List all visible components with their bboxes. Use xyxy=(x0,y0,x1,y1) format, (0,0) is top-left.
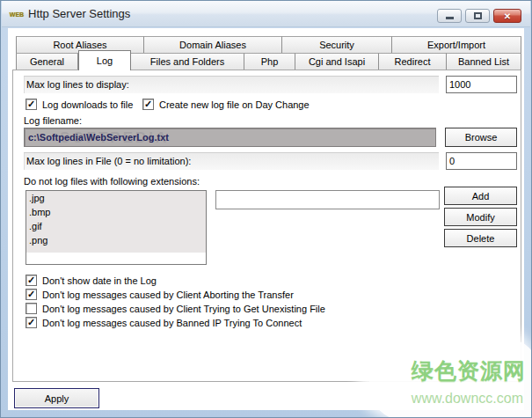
log-filename-field[interactable]: c:\Softpedia\WebServerLog.txt SOFTPEDIA xyxy=(24,128,436,147)
checkbox-dont-show-date[interactable]: ✓ Don't show date in the Log xyxy=(26,275,157,286)
http-server-settings-window: WEB Http Server Settings ✕ Root Aliases … xyxy=(0,0,532,418)
max-log-lines-label: Max log lines to display: xyxy=(24,76,439,93)
extensions-list-items: .jpg .bmp .gif .png xyxy=(26,191,206,253)
max-lines-in-file-input[interactable] xyxy=(446,152,517,170)
checkbox-label: Create new log file on Day Change xyxy=(159,99,310,110)
modify-button[interactable]: Modify xyxy=(444,208,517,226)
tab-security[interactable]: Security xyxy=(282,36,392,53)
checkbox-label: Log downloads to file xyxy=(42,99,133,110)
tab-banned-list[interactable]: Banned List xyxy=(447,53,521,70)
checkbox-icon[interactable]: ✓ xyxy=(26,99,37,110)
checkbox-icon[interactable]: ✓ xyxy=(26,275,37,286)
checkbox-dont-log-banned-ip[interactable]: ✓ Don't log messages caused by Banned IP… xyxy=(26,317,302,328)
add-button[interactable]: Add xyxy=(444,187,517,205)
log-filename-label: Log filename: xyxy=(24,115,82,126)
tab-domain-aliases[interactable]: Domain Aliases xyxy=(144,36,282,53)
log-tab-page: Max log lines to display: ✓ Log download… xyxy=(12,70,521,382)
tab-php[interactable]: Php xyxy=(244,53,295,70)
list-item[interactable]: .gif xyxy=(26,219,206,233)
checkbox-icon[interactable]: ✓ xyxy=(26,317,37,328)
checkbox-label: Don't log messages caused by Client Tryi… xyxy=(42,304,325,314)
maximize-button[interactable] xyxy=(465,9,490,23)
tab-export-import[interactable]: Export/Import xyxy=(392,36,521,53)
minimize-button[interactable] xyxy=(437,9,462,23)
checkbox-icon[interactable]: ✓ xyxy=(142,99,154,110)
max-lines-in-file-label: Max log lines in File (0 = no limitation… xyxy=(24,152,439,170)
checkbox-create-new-log-day[interactable]: ✓ Create new log file on Day Change xyxy=(142,99,310,110)
tab-row-lower: General Log Files and Folders Php Cgi an… xyxy=(16,53,521,70)
tab-log[interactable]: Log xyxy=(78,50,131,70)
max-log-lines-input[interactable] xyxy=(446,76,517,93)
list-item[interactable]: .bmp xyxy=(26,205,206,219)
extension-input[interactable] xyxy=(215,190,440,209)
tab-files-and-folders[interactable]: Files and Folders xyxy=(131,53,244,70)
checkbox-dont-log-unexisting-file[interactable]: Don't log messages caused by Client Tryi… xyxy=(26,303,325,314)
watermark-site-url: www.downcc.com xyxy=(412,391,523,407)
log-filename-value: c:\Softpedia\WebServerLog.txt xyxy=(28,132,169,143)
browse-button[interactable]: Browse xyxy=(445,128,517,147)
apply-button[interactable]: Apply xyxy=(14,388,99,408)
close-button[interactable]: ✕ xyxy=(493,9,521,23)
delete-button[interactable]: Delete xyxy=(444,229,517,247)
extensions-listbox[interactable]: .jpg .bmp .gif .png xyxy=(26,190,207,265)
list-item[interactable]: .jpg xyxy=(26,191,206,205)
minimize-icon xyxy=(446,17,454,19)
close-icon: ✕ xyxy=(504,11,511,21)
checkbox-label: Don't log messages caused by Banned IP T… xyxy=(42,318,302,328)
maximize-icon xyxy=(474,12,482,19)
window-title: Http Server Settings xyxy=(28,1,130,27)
window-controls: ✕ xyxy=(437,9,521,23)
tab-cgi-and-isapi[interactable]: Cgi and Isapi xyxy=(295,53,379,70)
checkbox-icon[interactable] xyxy=(26,303,37,314)
tab-general[interactable]: General xyxy=(16,53,78,70)
checkbox-label: Don't log messages caused by Client Abor… xyxy=(42,290,294,300)
watermark-site-name: 绿色资源网 xyxy=(412,356,526,385)
checkbox-icon[interactable]: ✓ xyxy=(26,289,37,300)
title-bar: WEB Http Server Settings ✕ xyxy=(2,1,530,27)
tab-redirect[interactable]: Redirect xyxy=(379,53,447,70)
web-logo-icon: WEB xyxy=(9,9,25,20)
extensions-label: Do not log files with following extensio… xyxy=(24,176,200,187)
checkbox-dont-log-client-abort[interactable]: ✓ Don't log messages caused by Client Ab… xyxy=(26,289,294,300)
list-item[interactable]: .png xyxy=(26,233,206,247)
checkbox-log-downloads[interactable]: ✓ Log downloads to file xyxy=(26,99,133,110)
checkbox-label: Don't show date in the Log xyxy=(42,275,157,286)
